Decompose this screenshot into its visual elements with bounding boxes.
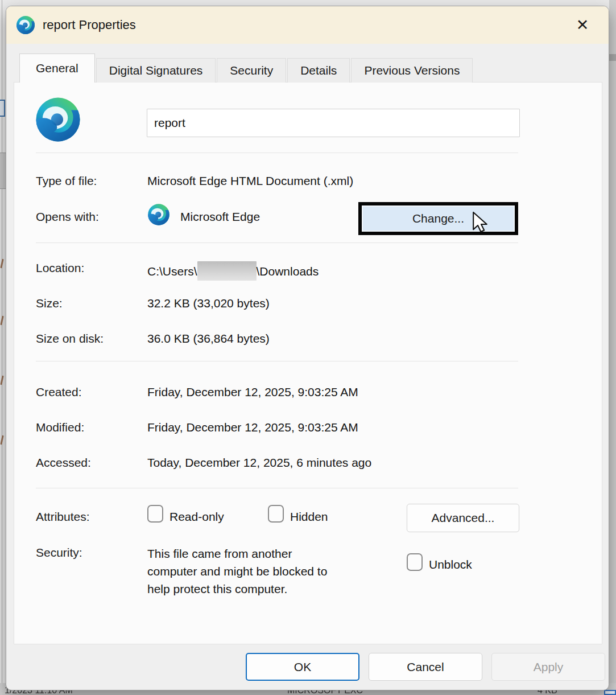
advanced-button[interactable]: Advanced... — [407, 504, 519, 532]
size-value: 32.2 KB (33,020 bytes) — [147, 297, 270, 310]
background-scrollbar-thumb — [609, 54, 616, 61]
divider — [36, 153, 518, 153]
tab-details[interactable]: Details — [287, 58, 350, 83]
file-name-input[interactable] — [147, 109, 520, 137]
security-text: This file came from another computer and… — [147, 545, 327, 598]
security-label: Security: — [36, 546, 82, 560]
tab-previous-versions[interactable]: Previous Versions — [351, 58, 473, 83]
unblock-label: Unblock — [429, 558, 472, 571]
unblock-checkbox[interactable] — [407, 553, 423, 571]
background-artifact — [0, 435, 3, 445]
accessed-value: Today, December 12, 2025, 6 minutes ago — [147, 456, 371, 470]
edge-icon — [16, 15, 35, 35]
hidden-label: Hidden — [290, 510, 328, 524]
opens-with-value: Microsoft Edge — [180, 210, 260, 224]
type-of-file-label: Type of file: — [36, 174, 97, 188]
modified-label: Modified: — [36, 421, 84, 434]
titlebar[interactable]: report Properties ✕ — [6, 6, 609, 44]
read-only-checkbox[interactable] — [147, 505, 163, 523]
size-label: Size: — [36, 297, 63, 310]
created-label: Created: — [36, 385, 82, 399]
ok-button[interactable]: OK — [246, 653, 359, 681]
size-on-disk-value: 36.0 KB (36,864 bytes) — [147, 332, 270, 346]
security-text-line: This file came from another — [147, 545, 327, 562]
screen: 1/2023 11:10 AM MICROSOFT EXC 4 KB repor… — [0, 0, 616, 695]
type-of-file-value: Microsoft Edge HTML Document (.xml) — [147, 174, 353, 188]
attributes-label: Attributes: — [36, 510, 90, 524]
security-text-line: computer and might be blocked to — [147, 562, 327, 580]
divider — [36, 361, 518, 361]
mouse-cursor-icon — [468, 210, 492, 234]
divider — [36, 488, 518, 488]
background-artifact — [0, 316, 3, 325]
location-label: Location: — [36, 261, 84, 275]
cancel-button[interactable]: Cancel — [369, 653, 482, 681]
change-button[interactable]: Change... — [358, 202, 518, 235]
background-focus-fragment — [604, 690, 616, 695]
background-scrollbar — [609, 0, 616, 695]
apply-button: Apply — [491, 653, 605, 681]
accessed-label: Accessed: — [36, 456, 91, 470]
divider — [36, 242, 518, 243]
read-only-label: Read-only — [169, 510, 224, 524]
hidden-checkbox[interactable] — [268, 505, 284, 523]
redacted-username — [197, 261, 257, 281]
created-value: Friday, December 12, 2025, 9:03:25 AM — [147, 385, 358, 399]
opens-with-edge-icon — [147, 203, 170, 226]
properties-dialog: report Properties ✕ General Digital Sign… — [6, 6, 609, 690]
security-text-line: help protect this computer. — [147, 580, 327, 598]
opens-with-label: Opens with: — [36, 210, 99, 224]
change-button-label: Change... — [412, 212, 464, 225]
location-prefix: C:\Users\ — [147, 265, 197, 278]
dialog-title: report Properties — [43, 18, 136, 32]
background-artifact — [0, 259, 3, 268]
background-row-fragment — [0, 153, 6, 189]
modified-value: Friday, December 12, 2025, 9:03:25 AM — [147, 421, 358, 434]
tab-digital-signatures[interactable]: Digital Signatures — [96, 58, 216, 83]
background-selection-fragment — [0, 100, 5, 117]
tab-general[interactable]: General — [19, 54, 95, 83]
close-icon[interactable]: ✕ — [572, 15, 593, 35]
location-value: C:\Users\\Downloads — [147, 261, 319, 281]
background-artifact — [0, 376, 3, 385]
location-suffix: \Downloads — [257, 265, 319, 278]
size-on-disk-label: Size on disk: — [36, 332, 104, 346]
tab-security[interactable]: Security — [217, 58, 286, 83]
tab-bar: General Digital Signatures Security Deta… — [19, 54, 474, 83]
file-type-edge-icon — [35, 96, 81, 143]
